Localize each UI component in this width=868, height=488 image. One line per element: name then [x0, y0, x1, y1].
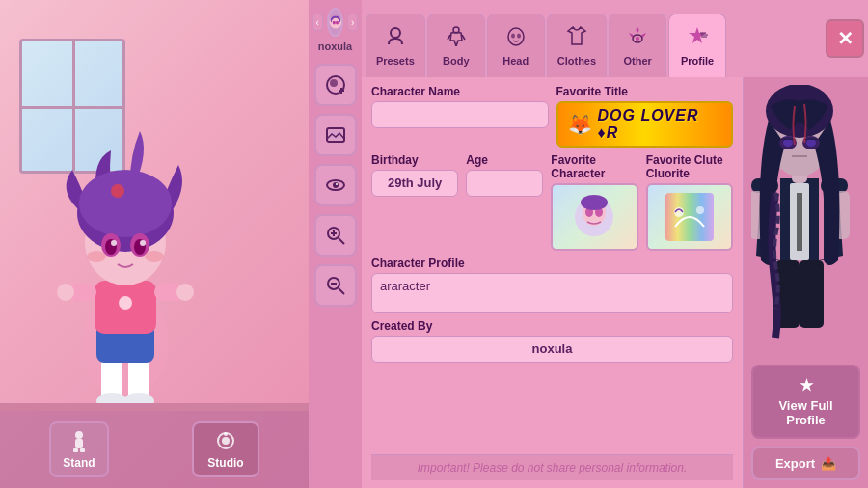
tab-head[interactable]: Head — [487, 14, 545, 77]
tab-profile-label: Profile — [681, 55, 714, 67]
svg-rect-26 — [75, 439, 83, 448]
fav-clute-group: Favorite Clute Cluorite — [646, 153, 733, 251]
close-icon: ✕ — [837, 27, 854, 50]
svg-line-47 — [339, 238, 344, 244]
other-icon — [627, 25, 648, 51]
profile-right-content: ★ View Full Profile Export 📤 — [743, 77, 868, 488]
scene-area: Stand Studio — [0, 0, 309, 488]
profile-left-content: Character Name Favorite Title 🦊 DOG LOVE… — [362, 77, 743, 488]
birthday-group: Birthday 29th July — [371, 153, 458, 251]
svg-point-70 — [581, 195, 608, 210]
svg-rect-77 — [797, 193, 802, 251]
svg-point-30 — [222, 437, 230, 445]
fav-clute-label: Favorite Clute Cluorite — [646, 153, 733, 180]
clothes-icon — [566, 25, 587, 51]
zoom-in-button[interactable] — [314, 214, 357, 257]
svg-point-44 — [333, 182, 339, 188]
svg-point-88 — [806, 139, 816, 147]
favorite-title-banner[interactable]: 🦊 DOG LOVER ♦R — [556, 101, 734, 148]
age-label: Age — [466, 153, 543, 167]
birthday-value[interactable]: 29th July — [371, 170, 458, 197]
birthday-label: Birthday — [371, 153, 458, 167]
export-button[interactable]: Export 📤 — [751, 447, 860, 480]
svg-point-57 — [508, 28, 524, 45]
character-name-label: Character Name — [371, 85, 549, 98]
svg-point-87 — [783, 139, 793, 147]
svg-point-22 — [87, 251, 106, 262]
close-button[interactable]: ✕ — [826, 19, 864, 58]
svg-line-51 — [339, 288, 344, 294]
svg-rect-28 — [80, 448, 85, 452]
svg-point-14 — [79, 170, 172, 237]
right-panel: Presets Body — [362, 0, 868, 488]
add-character-button[interactable] — [314, 64, 357, 106]
profile-main: Character Name Favorite Title 🦊 DOG LOVE… — [362, 77, 868, 488]
fav-character-thumbnail[interactable] — [551, 183, 637, 251]
banner-text: DOG LOVER ♦R — [598, 107, 722, 142]
tab-body[interactable]: Body — [427, 14, 485, 77]
important-note: Important! Please do not share personal … — [371, 454, 733, 480]
svg-point-23 — [145, 251, 164, 262]
svg-point-36 — [335, 21, 338, 25]
svg-point-10 — [176, 284, 194, 301]
main-container: Stand Studio ‹ — [0, 0, 868, 488]
svg-point-20 — [111, 240, 117, 246]
star-icon: ★ — [800, 376, 813, 394]
export-label: Export — [775, 456, 815, 471]
svg-point-38 — [330, 79, 338, 87]
stand-button[interactable]: Stand — [49, 421, 108, 477]
view-full-profile-button[interactable]: ★ View Full Profile — [751, 365, 860, 439]
studio-button[interactable]: Studio — [192, 421, 258, 477]
bottom-bar: Stand Studio — [0, 411, 309, 488]
svg-point-45 — [336, 183, 338, 185]
char-profile-value[interactable]: araracter — [371, 273, 733, 313]
eye-button[interactable] — [314, 164, 357, 206]
middle-toolbar: ‹ › noxula — [309, 0, 362, 488]
created-by-group: Created By noxula — [371, 319, 733, 363]
prev-char-button[interactable]: ‹ — [312, 14, 323, 31]
character-left — [39, 112, 212, 411]
profile-icon — [687, 25, 708, 51]
favorite-title-label: Favorite Title — [556, 85, 734, 98]
tab-presets-label: Presets — [376, 55, 415, 67]
gallery-button[interactable] — [314, 114, 357, 156]
favorite-title-group: Favorite Title 🦊 DOG LOVER ♦R — [556, 85, 734, 148]
tab-clothes[interactable]: Clothes — [547, 14, 607, 77]
character-name-value[interactable] — [371, 101, 549, 128]
head-icon — [505, 25, 527, 51]
char-name-label: noxula — [318, 41, 352, 52]
svg-point-24 — [119, 296, 132, 310]
zoom-out-button[interactable] — [314, 264, 357, 307]
svg-point-35 — [332, 21, 335, 25]
created-by-label: Created By — [371, 319, 733, 333]
char-nav: ‹ › — [312, 8, 358, 37]
tab-other[interactable]: Other — [609, 14, 666, 77]
age-group: Age — [466, 153, 543, 251]
svg-point-73 — [696, 206, 704, 214]
row-birthday-favs: Birthday 29th July Age Favorite Characte… — [371, 153, 733, 251]
tab-bar: Presets Body — [362, 0, 868, 77]
stand-label: Stand — [63, 456, 95, 470]
studio-label: Studio — [207, 456, 243, 470]
tab-clothes-label: Clothes — [557, 55, 596, 67]
fav-character-label: Favorite Character — [551, 153, 637, 180]
tab-profile[interactable]: Profile — [668, 14, 726, 77]
svg-rect-75 — [800, 260, 824, 328]
tab-presets[interactable]: Presets — [366, 14, 425, 77]
next-char-button[interactable]: › — [347, 14, 358, 31]
svg-point-25 — [75, 431, 83, 439]
svg-point-15 — [111, 184, 124, 198]
char-avatar — [327, 8, 344, 37]
tab-body-label: Body — [443, 55, 470, 67]
char-profile-group: Character Profile araracter — [371, 257, 733, 313]
important-note-text: Important! Please do not share personal … — [418, 461, 688, 474]
tab-head-label: Head — [502, 55, 529, 67]
fav-clute-thumbnail[interactable] — [646, 183, 733, 251]
svg-point-58 — [511, 34, 515, 39]
svg-point-21 — [140, 240, 146, 246]
tab-other-label: Other — [623, 55, 651, 67]
age-value[interactable] — [466, 170, 543, 197]
presets-icon — [385, 25, 406, 51]
svg-point-31 — [224, 432, 228, 436]
created-by-value: noxula — [371, 336, 733, 363]
